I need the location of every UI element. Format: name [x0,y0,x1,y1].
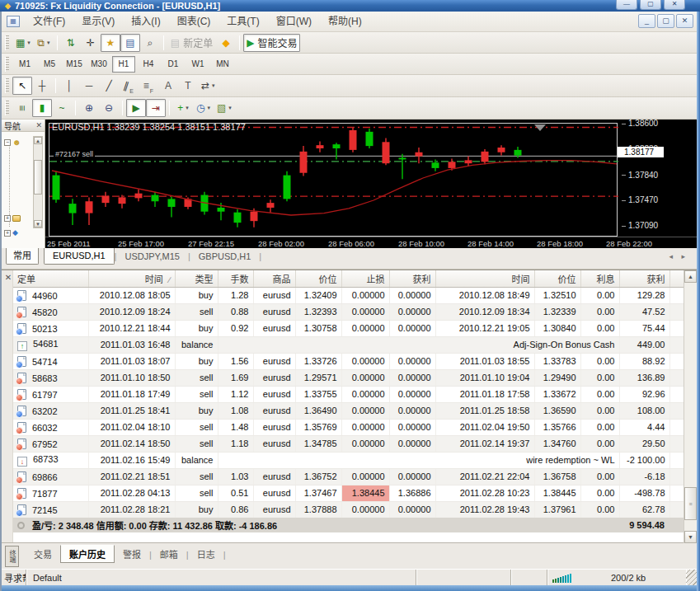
column-header-9[interactable]: 价位 [534,270,580,287]
toolbar-grip[interactable] [5,57,9,72]
column-header-1[interactable]: 时间∕ [88,270,175,287]
timeframe-m5-button[interactable]: M5 [38,56,61,73]
dropdown-arrow-icon[interactable]: ▾ [212,82,215,89]
terminal-close-icon[interactable]: ✕ [4,274,12,282]
chart-plot[interactable] [49,123,618,237]
chart-tab-eurusd-h1[interactable]: EURUSD,H1 [44,248,115,265]
mdi-close-button[interactable]: ✕ [676,14,693,28]
terminal-tab-0[interactable]: 交易 [26,546,60,564]
dropdown-arrow-icon[interactable]: ▾ [207,105,210,111]
text-button[interactable]: A [158,77,178,95]
timeframe-mn-button[interactable]: MN [211,56,234,73]
terminal-scrollbar[interactable]: ▲ ≡ ▼ [684,270,697,543]
new-chart-button[interactable]: ▦▾ [12,34,34,52]
window-close-button[interactable]: ✕ [664,0,685,10]
window-maximize-button[interactable]: ▢ [640,0,661,10]
templates-button[interactable]: ▧▾ [214,99,235,117]
menu-item-2[interactable]: 插入(I) [123,12,168,32]
market-watch-button[interactable]: ⇅ [61,34,81,52]
order-row-67952[interactable]: 679522011.02.14 18:50sell1.18eurusd1.347… [13,435,684,452]
candlestick-chart[interactable] [49,124,618,237]
terminal-tab-4[interactable]: 日志 [189,546,223,564]
candlestick-button[interactable]: ▮ [32,99,52,117]
navigator-scrollbar[interactable]: ▲ ▼ [33,136,43,228]
expand-icon[interactable]: + [4,230,11,237]
navigator-common-tab[interactable]: 常用 [6,248,39,265]
indicators-button[interactable]: +▾ [173,99,193,117]
order-row-72145[interactable]: 721452011.02.28 18:21buy0.86eurusd1.3788… [13,501,684,518]
fibonacci-button[interactable]: ≡F [139,77,158,95]
dropdown-arrow-icon[interactable]: ▾ [186,105,189,111]
order-row-68733[interactable]: ↓687332011.02.16 15:49balancewire redemp… [13,452,684,468]
column-header-0[interactable]: 定单 [13,270,88,287]
terminal-button[interactable]: ▤ [120,34,140,52]
menu-item-6[interactable]: 帮助(H) [320,12,370,32]
column-header-4[interactable]: 商品 [253,270,295,287]
trendline-button[interactable]: ╱ [99,77,119,95]
order-row-44960[interactable]: 449602010.12.08 18:05buy1.28eurusd1.3240… [13,287,684,303]
column-header-8[interactable]: 时间 [435,270,534,287]
timeframe-h4-button[interactable]: H4 [137,56,160,73]
mdi-minimize-button[interactable]: _ [638,14,655,28]
timeframe-d1-button[interactable]: D1 [162,56,185,73]
menu-item-0[interactable]: 文件(F) [25,12,73,32]
scroll-thumb[interactable]: ≡ [684,487,697,520]
tree-node-accounts[interactable]: − ☻ [4,138,21,147]
toolbar-grip[interactable] [5,101,9,115]
chart-shift-button[interactable]: ⇥ [146,99,166,117]
status-profile[interactable]: Default [26,570,416,585]
periods-button[interactable]: ◷▾ [193,99,214,117]
arrows-button[interactable]: ⇄▾ [198,77,218,95]
tab-scroll-arrows[interactable]: ◂ ▸ [669,248,688,265]
timeframe-m30-button[interactable]: M30 [87,56,110,73]
profiles-button[interactable]: ⧉▾ [34,34,54,52]
menu-item-4[interactable]: 工具(T) [218,12,267,32]
strategy-tester-button[interactable]: ⌕ [140,34,160,52]
zoom-out-button[interactable]: ⊖ [99,99,119,117]
menu-item-3[interactable]: 图表(C) [169,12,219,32]
timeframe-m1-button[interactable]: M1 [13,56,36,73]
docked-panel-side-tab[interactable]: 终端 [5,546,19,567]
dropdown-arrow-icon[interactable]: ▾ [47,40,50,46]
text-label-button[interactable]: T [178,77,198,95]
collapse-icon[interactable]: − [4,139,11,146]
terminal-tab-3[interactable]: 邮箱 [152,546,186,564]
chart-tab-usdjpy-m15[interactable]: USDJPY,M15 [116,248,187,265]
metaeditor-button[interactable]: ◆ [216,34,236,52]
expert-advisors-button[interactable]: ▶智能交易 [243,34,300,52]
order-row-71877[interactable]: 718772011.02.28 04:13sell0.51eurusd1.374… [13,485,684,501]
order-row-58683[interactable]: 586832011.01.10 18:50sell1.69eurusd1.295… [13,369,684,386]
order-row-61797[interactable]: 617972011.01.18 17:49sell1.12eurusd1.337… [13,386,684,402]
order-row-54714[interactable]: 547142011.01.03 18:07buy1.56eurusd1.3372… [13,353,684,369]
order-row-54681[interactable]: ↑546812011.01.03 16:48balanceAdj-Sign-On… [13,336,684,353]
tree-node-scripts[interactable]: + ◆ [4,229,18,237]
column-header-2[interactable]: 类型 [175,270,218,287]
column-header-7[interactable]: 获利 [389,270,435,287]
toolbar-grip[interactable] [5,78,9,93]
window-minimize-button[interactable]: — [616,0,637,10]
channel-button[interactable]: ∥E [119,77,139,95]
order-row-69866[interactable]: 698662011.02.21 18:51sell1.03eurusd1.367… [13,468,684,485]
chart-window[interactable]: EURUSD,H1 1.38239 1.38254 1.38151 1.3817… [45,120,697,248]
toolbar-grip[interactable] [5,35,9,50]
scroll-up-icon[interactable]: ▲ [684,270,697,283]
menu-item-5[interactable]: 窗口(W) [268,12,320,32]
terminal-tab-2[interactable]: 警报 [115,546,149,564]
resize-grip[interactable] [686,570,697,585]
navigator-close-icon[interactable]: ✕ [35,122,42,129]
horizontal-line-button[interactable]: ─ [79,77,99,95]
column-header-10[interactable]: 利息 [580,270,619,287]
terminal-tab-1[interactable]: 账户历史 [60,545,115,563]
auto-scroll-button[interactable]: ▶ [126,99,146,117]
expand-icon[interactable]: + [4,215,11,222]
menu-item-1[interactable]: 显示(V) [73,12,123,32]
chart-tab-gbpusd-h1[interactable]: GBPUSD,H1 [190,248,260,265]
timeframe-h1-button[interactable]: H1 [112,56,135,73]
column-header-3[interactable]: 手数 [218,270,253,287]
data-window-button[interactable]: ✛ [81,34,101,52]
order-row-63202[interactable]: 632022011.01.25 18:41buy1.08eurusd1.3649… [13,402,684,419]
order-row-66032[interactable]: 660322011.02.04 18:10sell1.48eurusd1.357… [13,419,684,435]
order-row-50213[interactable]: 502132010.12.21 18:44buy0.92eurusd1.3075… [13,320,684,336]
column-header-5[interactable]: 价位 [295,270,341,287]
column-header-11[interactable]: 获利 [619,270,669,287]
